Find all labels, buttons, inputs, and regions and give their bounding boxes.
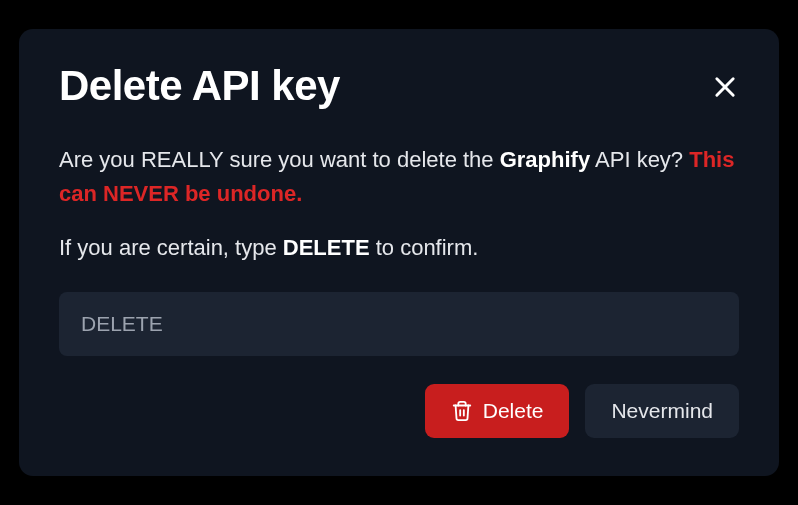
- confirm-keyword: DELETE: [283, 235, 370, 260]
- body-suffix: API key?: [590, 147, 689, 172]
- close-icon: [711, 73, 739, 101]
- dialog-actions: Delete Nevermind: [59, 384, 739, 438]
- cancel-button-label: Nevermind: [611, 399, 713, 423]
- confirm-prompt: If you are certain, type DELETE to confi…: [59, 231, 739, 264]
- cancel-button[interactable]: Nevermind: [585, 384, 739, 438]
- delete-button-label: Delete: [483, 399, 544, 423]
- body-prefix: Are you REALLY sure you want to delete t…: [59, 147, 500, 172]
- delete-api-key-dialog: Delete API key Are you REALLY sure you w…: [19, 29, 779, 476]
- confirm-prefix: If you are certain, type: [59, 235, 283, 260]
- dialog-header: Delete API key: [59, 63, 739, 109]
- dialog-title: Delete API key: [59, 63, 340, 109]
- api-key-name: Graphify: [500, 147, 590, 172]
- confirm-suffix: to confirm.: [370, 235, 479, 260]
- confirm-input[interactable]: [59, 292, 739, 356]
- delete-button[interactable]: Delete: [425, 384, 570, 438]
- dialog-body-text: Are you REALLY sure you want to delete t…: [59, 143, 739, 211]
- trash-icon: [451, 400, 473, 422]
- close-button[interactable]: [707, 69, 743, 105]
